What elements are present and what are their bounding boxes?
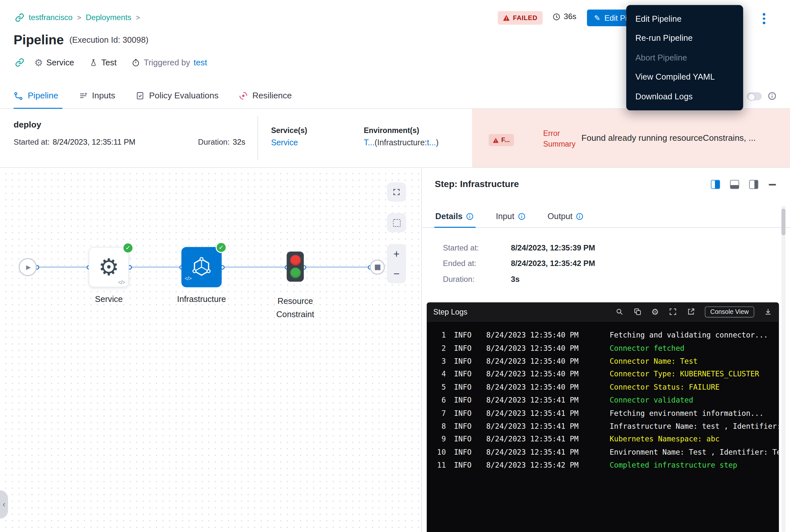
- tab-input-label: Input: [496, 212, 514, 221]
- copy-icon[interactable]: [633, 307, 641, 316]
- node-service-label: Service: [79, 294, 139, 304]
- node-infrastructure[interactable]: </>: [181, 247, 222, 287]
- test-label: Test: [101, 58, 116, 67]
- download-logs-icon[interactable]: [764, 307, 772, 316]
- clock-icon: [552, 12, 561, 21]
- scrollbar-thumb[interactable]: [782, 209, 786, 235]
- error-status-badge: F...: [489, 134, 514, 146]
- tab-details[interactable]: Details: [436, 206, 474, 227]
- view-toggle[interactable]: [747, 92, 762, 100]
- tab-resilience[interactable]: Resilience: [229, 83, 302, 109]
- minimize-panel-button[interactable]: [769, 184, 776, 185]
- breadcrumb-project-link[interactable]: testfrancisco: [29, 13, 73, 22]
- service-link[interactable]: Service: [271, 138, 298, 147]
- edge-connector: [37, 267, 89, 268]
- menu-item-abort-pipeline: Abort Pipeline: [626, 48, 743, 67]
- layout-split-right-icon[interactable]: [711, 180, 720, 189]
- edge-connector: [304, 267, 370, 268]
- expand-logs-icon[interactable]: [668, 307, 677, 316]
- vertical-scrollbar: [782, 206, 786, 532]
- code-tag: </>: [185, 275, 195, 286]
- triggered-by-value[interactable]: test: [194, 58, 207, 67]
- tab-resilience-label: Resilience: [252, 91, 292, 101]
- zoom-out-button[interactable]: −: [387, 264, 406, 284]
- traffic-light-green: [290, 268, 301, 278]
- search-icon[interactable]: [615, 307, 623, 316]
- menu-item-download-logs[interactable]: Download Logs: [626, 87, 743, 106]
- node-resource-constraint[interactable]: [287, 251, 304, 282]
- tab-pipeline[interactable]: Pipeline: [14, 83, 68, 109]
- fullscreen-icon: [392, 188, 401, 196]
- environment-link[interactable]: T...: [364, 138, 374, 147]
- traffic-light-red: [290, 255, 301, 266]
- menu-item-edit-pipeline[interactable]: Edit Pipeline: [626, 9, 743, 28]
- pencil-icon: [594, 13, 600, 22]
- canvas-fullscreen-button[interactable]: [387, 183, 406, 202]
- start-node: [19, 258, 37, 276]
- page-title-row: Pipeline (Execution Id: 30098): [14, 32, 149, 48]
- info-icon[interactable]: [466, 213, 474, 220]
- breadcrumb-deployments-link[interactable]: Deployments: [86, 13, 131, 22]
- code-tag: </>: [118, 279, 125, 285]
- info-icon[interactable]: [576, 213, 584, 220]
- status-badge-label: FAILED: [513, 14, 537, 22]
- canvas-marquee-select-button[interactable]: [387, 213, 406, 232]
- infrastructure-link[interactable]: t...: [427, 138, 436, 147]
- step-logs-title: Step Logs: [433, 307, 467, 316]
- triggered-by-label: Triggered by: [143, 58, 190, 67]
- step-logs-header: Step Logs Console View: [427, 302, 779, 321]
- tab-input[interactable]: Input: [496, 206, 525, 227]
- layout-bottom-icon[interactable]: [730, 180, 739, 189]
- tab-policy-evaluations-label: Policy Evaluations: [149, 91, 219, 101]
- tab-policy-evaluations[interactable]: Policy Evaluations: [126, 83, 229, 109]
- trigger-timer-icon: [132, 58, 140, 66]
- console-view-button[interactable]: Console View: [705, 306, 754, 317]
- service-step-icon: [98, 253, 119, 281]
- stage-name: deploy: [14, 120, 41, 130]
- log-line: 7INFO8/24/2023 12:35:41 PMFetching envir…: [433, 407, 779, 420]
- node-service[interactable]: </>: [89, 247, 129, 287]
- step-details-fields: Started at: 8/24/2023, 12:35:39 PM Ended…: [443, 242, 595, 289]
- success-check-icon: [122, 242, 133, 253]
- layout-right-icon[interactable]: [749, 180, 758, 189]
- environments-column: Environment(s) T...(Infrastructure:t...): [364, 126, 438, 147]
- field-ended-at: Ended at: 8/24/2023, 12:35:42 PM: [443, 258, 595, 269]
- tab-details-label: Details: [436, 212, 463, 221]
- stage-started-at: Started at:8/24/2023, 12:35:11 PM: [14, 137, 136, 147]
- environments-label: Environment(s): [364, 126, 438, 134]
- stage-duration: Duration:32s: [198, 137, 245, 147]
- log-line: 3INFO8/24/2023 12:35:40 PMConnector Name…: [433, 355, 779, 368]
- success-check-icon: [216, 242, 227, 253]
- log-settings-gear-icon[interactable]: [651, 307, 659, 317]
- inputs-tab-icon: [78, 91, 88, 100]
- stage-summary: deploy Started at:8/24/2023, 12:35:11 PM…: [0, 109, 790, 168]
- tab-inputs[interactable]: Inputs: [68, 83, 125, 109]
- status-badge: FAILED: [498, 11, 542, 24]
- more-options-menu-button[interactable]: [760, 12, 768, 25]
- open-external-icon[interactable]: [687, 307, 695, 316]
- error-status-badge-label: F...: [501, 136, 510, 144]
- info-icon[interactable]: [768, 92, 776, 100]
- zoom-in-button[interactable]: +: [387, 244, 406, 264]
- log-line: 6INFO8/24/2023 12:35:41 PMConnector vali…: [433, 394, 779, 407]
- gear-icon: [34, 57, 43, 68]
- menu-item-rerun-pipeline[interactable]: Re-run Pipeline: [626, 28, 743, 48]
- context-menu: Edit Pipeline Re-run Pipeline Abort Pipe…: [626, 5, 743, 110]
- log-line: 10INFO8/24/2023 12:35:41 PMEnvironment N…: [433, 446, 779, 459]
- step-detail-panel: Step: Infrastructure Details Input Outpu…: [421, 168, 790, 532]
- execution-id: (Execution Id: 30098): [69, 35, 148, 45]
- infrastructure-step-icon: [192, 257, 212, 277]
- service-label: Service: [46, 58, 74, 67]
- error-summary-label: Error Summary: [543, 128, 581, 149]
- edge-connector: [129, 267, 181, 268]
- pipeline-graph-canvas: </> Service </> Infrastructure Resource …: [0, 168, 421, 532]
- tab-output[interactable]: Output: [548, 206, 584, 227]
- services-column: Service(s) Service: [271, 126, 307, 147]
- left-panel-collapse-handle[interactable]: [0, 490, 8, 518]
- log-line: 8INFO8/24/2023 12:35:41 PMInfrastructure…: [433, 420, 779, 433]
- log-lines: 1INFO8/24/2023 12:35:40 PMFetching and v…: [427, 322, 779, 532]
- menu-item-view-compiled-yaml[interactable]: View Compiled YAML: [626, 67, 743, 87]
- canvas-zoom-controls: + −: [387, 244, 406, 283]
- edge-connector: [222, 267, 287, 268]
- info-icon[interactable]: [518, 213, 525, 220]
